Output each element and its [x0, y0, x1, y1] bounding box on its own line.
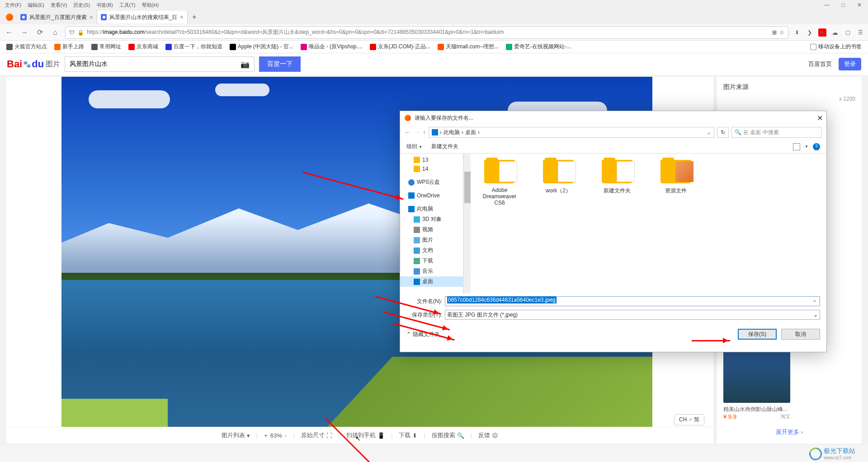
- path-seg-desktop[interactable]: 桌面: [465, 129, 476, 136]
- bookmark-jd[interactable]: 京东商城: [126, 42, 161, 51]
- reader-icon[interactable]: ⊞: [772, 29, 777, 36]
- mobile-icon: [810, 44, 816, 50]
- menu-view[interactable]: 查看(V): [48, 1, 70, 9]
- tab-2[interactable]: 风景图片山水的搜索结果_百度 ×: [97, 11, 188, 23]
- url-input[interactable]: 🛡 🔒 https://image.baidu.com/search/detai…: [65, 26, 788, 39]
- maximize-button[interactable]: □: [837, 1, 849, 9]
- tree-item-documents[interactable]: 文档: [400, 245, 463, 256]
- tree-item-desktop[interactable]: 桌面: [400, 276, 463, 287]
- menu-file[interactable]: 文件(F): [2, 1, 24, 9]
- menu-history[interactable]: 历史(S): [71, 1, 93, 9]
- help-icon[interactable]: ?: [813, 143, 820, 150]
- bookmark-tmall[interactable]: 天猫tmall.com--理想...: [435, 42, 501, 51]
- home-button[interactable]: ⌂: [50, 27, 61, 38]
- bookmark-iqiyi[interactable]: 爱奇艺-在线视频网站-...: [503, 42, 574, 51]
- path-seg-pc[interactable]: 此电脑: [443, 129, 460, 136]
- bookmark-common[interactable]: 常用网址: [89, 42, 124, 51]
- cloud-icon[interactable]: ☁: [831, 28, 839, 37]
- bookmark-jd2[interactable]: 京东(JD.COM)-正品...: [367, 42, 433, 51]
- cancel-button[interactable]: 取消: [781, 329, 820, 340]
- filetype-label: 保存类型(T):: [406, 311, 445, 319]
- zoom-in-button[interactable]: -: [285, 432, 287, 439]
- feedback-button[interactable]: 反馈 ☹: [478, 431, 498, 439]
- tab-1-close-icon[interactable]: ×: [90, 14, 93, 21]
- zoom-out-button[interactable]: +: [264, 432, 268, 439]
- bookmark-newbie[interactable]: 新手上路: [52, 42, 87, 51]
- view-mode-button[interactable]: [793, 143, 800, 150]
- tree-item-13[interactable]: 13: [400, 155, 463, 164]
- refresh-button[interactable]: ↻: [717, 127, 729, 138]
- nav-back-button[interactable]: ←: [405, 129, 411, 136]
- caret-down-icon[interactable]: ▼: [805, 145, 808, 149]
- path-input[interactable]: › 此电脑 › 桌面 › ⌄: [429, 127, 714, 138]
- folder-new[interactable]: 新建文件夹: [594, 160, 640, 195]
- filetype-select[interactable]: 看图王 JPG 图片文件 (*.jpeg)⌄: [445, 310, 820, 320]
- tree-item-music[interactable]: 音乐: [400, 266, 463, 276]
- bookmark-apple[interactable]: Apple (中国大陆) - 官...: [227, 42, 296, 51]
- forward-button[interactable]: →: [19, 27, 30, 38]
- chevron-down-icon[interactable]: ⌄: [707, 129, 711, 135]
- original-size-button[interactable]: 原始尺寸 ⛶: [301, 431, 332, 439]
- tree-item-wps[interactable]: WPS云盘: [400, 177, 463, 187]
- filename-input[interactable]: 0657c0bd1284c636d44631a5640ec1e3.jpeg⌄: [445, 296, 820, 306]
- bookmark-mobile[interactable]: 移动设备上的书签: [807, 42, 864, 51]
- bookmark-baidu[interactable]: 百度一下，你就知道: [163, 42, 225, 51]
- star-icon[interactable]: ☆: [779, 29, 784, 36]
- lock-icon: 🔒: [77, 29, 84, 36]
- new-tab-button[interactable]: +: [188, 11, 201, 23]
- tree-item-pc[interactable]: 此电脑: [400, 204, 463, 214]
- library-icon[interactable]: ▢: [844, 28, 852, 37]
- search-input[interactable]: [70, 61, 241, 68]
- search-folder-input[interactable]: 🔍在 桌面 中搜索: [731, 127, 822, 138]
- tree-item-pictures[interactable]: 图片: [400, 235, 463, 245]
- baidu-logo[interactable]: Bai 🐾 du 图片: [7, 58, 60, 70]
- camera-icon[interactable]: 📷: [241, 60, 250, 69]
- tree-item-onedrive[interactable]: OneDrive: [400, 191, 463, 200]
- scan-to-phone-button[interactable]: 扫描到手机 📱: [346, 431, 385, 439]
- search-button[interactable]: 百度一下: [259, 56, 301, 72]
- menu-edit[interactable]: 编辑(E): [25, 1, 47, 9]
- pocket-icon[interactable]: ❯: [806, 28, 814, 37]
- youtube-icon[interactable]: ▶: [818, 28, 826, 37]
- baidu-home-link[interactable]: 百度首页: [808, 60, 832, 68]
- tree-item-downloads[interactable]: 下载: [400, 256, 463, 266]
- nav-up-button[interactable]: ↑: [423, 129, 426, 136]
- address-bar: ← → ⟳ ⌂ 🛡 🔒 https://image.baidu.com/sear…: [0, 24, 868, 41]
- search-by-image-button[interactable]: 按图搜索 🔍: [432, 431, 464, 439]
- minimize-button[interactable]: —: [821, 1, 833, 9]
- menu-help[interactable]: 帮助(H): [139, 1, 161, 9]
- close-button[interactable]: ✕: [853, 1, 866, 9]
- hide-folders-button[interactable]: ⌃ 隐藏文件夹: [406, 331, 440, 338]
- reload-button[interactable]: ⟳: [34, 27, 45, 38]
- dialog-fields: 文件名(N): 0657c0bd1284c636d44631a5640ec1e3…: [400, 294, 826, 326]
- tree-item-14[interactable]: 14: [400, 164, 463, 173]
- tree-item-video[interactable]: 视频: [400, 224, 463, 235]
- folder-resources[interactable]: 资源文件: [653, 160, 698, 195]
- menu-tools[interactable]: 工具(T): [117, 1, 138, 9]
- tree-scrollbar[interactable]: [463, 154, 471, 294]
- dialog-close-button[interactable]: ✕: [817, 114, 823, 122]
- tree-item-3d[interactable]: 3D 对象: [400, 214, 463, 224]
- login-button[interactable]: 登录: [839, 58, 861, 70]
- image-list-button[interactable]: 图片列表 ▾: [222, 431, 250, 439]
- folder-work[interactable]: work（2）: [536, 160, 581, 195]
- save-button[interactable]: 保存(S): [738, 329, 777, 340]
- desktop-icon: [414, 279, 420, 285]
- bookmark-vip[interactable]: 唯品会 - (原Vipshop....: [298, 42, 365, 51]
- download-button[interactable]: 下载 ⬇: [399, 431, 417, 439]
- iqiyi-icon: [506, 44, 512, 50]
- paw-icon: 🐾: [23, 61, 31, 68]
- expand-more-button[interactable]: 展开更多 ›: [723, 428, 855, 436]
- caret-down-icon[interactable]: ⌄: [812, 297, 817, 303]
- tab-1[interactable]: 风景图片_百度图片搜索 ×: [17, 11, 97, 23]
- back-button[interactable]: ←: [4, 27, 14, 38]
- download-icon[interactable]: ⬇: [793, 28, 801, 37]
- menu-icon[interactable]: ☰: [856, 28, 864, 37]
- tab-2-close-icon[interactable]: ×: [180, 14, 184, 21]
- menu-bookmarks[interactable]: 书签(B): [94, 1, 116, 9]
- bookmark-firefox[interactable]: 火狐官方站点: [4, 42, 50, 51]
- new-folder-button[interactable]: 新建文件夹: [431, 143, 458, 150]
- folder-dreamweaver[interactable]: Adobe Dreamweaver CS6: [477, 160, 522, 206]
- search-input-box: 📷: [65, 56, 255, 72]
- organize-button[interactable]: 组织 ▼: [406, 143, 422, 150]
